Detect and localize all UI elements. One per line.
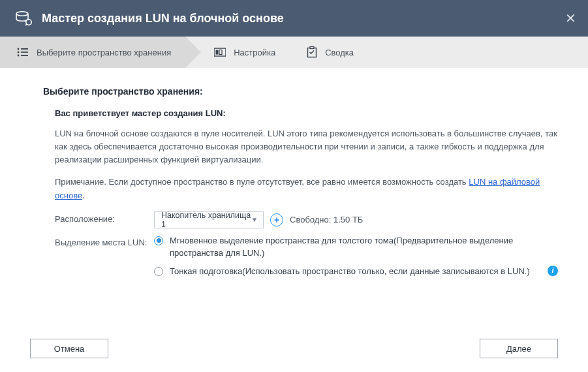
sliders-icon (214, 48, 226, 57)
svg-rect-9 (216, 50, 219, 55)
radio-thin-provisioning[interactable]: Тонкая подготовка(Использовать пространс… (154, 266, 558, 278)
page-heading: Выберите пространство хранения: (43, 86, 558, 97)
location-row: Расположение: Накопитель хранилища 1 ▼ +… (55, 211, 558, 228)
allocation-row: Выделение места LUN: Мгновенное выделени… (55, 235, 558, 279)
svg-rect-12 (310, 47, 314, 49)
location-label: Расположение: (55, 211, 154, 224)
step-storage[interactable]: Выберите пространство хранения (0, 37, 185, 68)
page-subheading: Вас приветствует мастер создания LUN: (55, 108, 558, 118)
free-space-label: Свободно: 1.50 ТБ (290, 215, 363, 225)
radio-icon (154, 267, 163, 276)
radio-thin-label: Тонкая подготовка(Использовать пространс… (170, 266, 538, 278)
note-text: Примечание. Если доступное пространство … (55, 176, 558, 202)
list-icon (17, 48, 29, 57)
add-storage-button[interactable]: + (270, 213, 283, 226)
footer: Отмена Далее (0, 325, 588, 372)
location-select[interactable]: Накопитель хранилища 1 ▼ (154, 211, 264, 228)
cancel-button[interactable]: Отмена (30, 339, 108, 358)
description-text: LUN на блочной основе создаются в пуле н… (55, 127, 558, 166)
svg-point-0 (16, 12, 28, 16)
svg-point-2 (18, 48, 20, 50)
svg-rect-3 (21, 48, 28, 50)
window-title: Мастер создания LUN на блочной основе (42, 12, 284, 25)
clipboard-icon (307, 46, 317, 58)
svg-rect-7 (21, 55, 28, 56)
chevron-down-icon: ▼ (251, 216, 258, 223)
step-summary[interactable]: Сводка (290, 37, 368, 68)
radio-thick-label: Мгновенное выделение пространства для то… (170, 235, 558, 260)
close-icon[interactable]: ✕ (565, 12, 576, 25)
titlebar: Мастер создания LUN на блочной основе ✕ (0, 0, 588, 37)
step-storage-label: Выберите пространство хранения (37, 48, 171, 57)
wizard-steps: Выберите пространство хранения Настройка… (0, 37, 588, 68)
location-select-value: Накопитель хранилища 1 (161, 211, 251, 229)
next-button[interactable]: Далее (480, 339, 558, 358)
svg-rect-5 (21, 52, 28, 53)
svg-point-4 (18, 52, 20, 54)
lun-wizard-icon (16, 10, 33, 26)
allocation-label: Выделение места LUN: (55, 235, 154, 247)
info-icon[interactable]: i (548, 266, 558, 276)
step-configure[interactable]: Настройка (185, 37, 290, 68)
svg-point-6 (18, 55, 20, 57)
step-configure-label: Настройка (234, 48, 275, 57)
radio-thick-provisioning[interactable]: Мгновенное выделение пространства для то… (154, 235, 558, 260)
svg-rect-10 (219, 50, 222, 55)
step-summary-label: Сводка (325, 48, 354, 57)
content-area: Выберите пространство хранения: Вас прив… (0, 68, 588, 325)
radio-icon (154, 236, 163, 245)
